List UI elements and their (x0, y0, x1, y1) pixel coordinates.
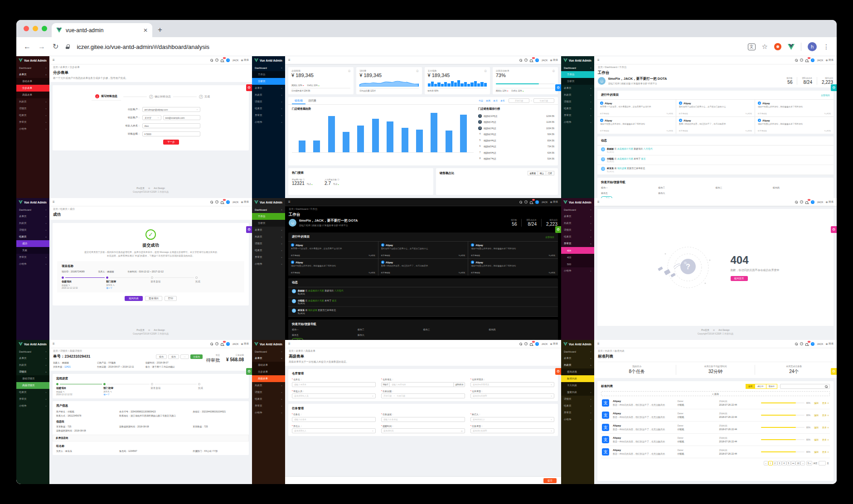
menu-fold-icon[interactable]: ≡ (597, 342, 600, 346)
sidebar-item[interactable]: 列表页 ∨ (16, 362, 49, 368)
jump-page-input[interactable] (819, 461, 826, 465)
app-logo[interactable]: Vue Antd Admin (252, 340, 285, 348)
app-logo[interactable]: Vue Antd Admin (16, 198, 49, 206)
sidebar-item[interactable]: 详情页 ∨ (252, 389, 285, 396)
sidebar-item[interactable]: 失败 (16, 247, 49, 254)
footer-link[interactable]: Pro首页 (136, 329, 145, 331)
quick-op-link[interactable]: 操作三 (716, 186, 773, 189)
sidebar-item[interactable]: Dashboard ∨ (16, 64, 49, 71)
sidebar-item[interactable]: 列表页 ∨ (16, 220, 49, 227)
project-card[interactable]: AAlipay 那时候我只会想自己想要什么，从不想自己拥有什么 科学搬砖组9小时… (378, 242, 468, 258)
sidebar-item[interactable]: 表单页 ∨ (561, 85, 594, 92)
github-icon[interactable]: ⊙ (148, 329, 150, 331)
range-link[interactable]: 本月 (493, 99, 498, 102)
user-avatar[interactable] (811, 58, 814, 62)
user-name[interactable]: JACK (232, 201, 238, 204)
close-window-button[interactable] (24, 26, 29, 31)
browser-menu-icon[interactable]: ⋮ (823, 43, 829, 50)
quick-op-link[interactable]: 操作二 (658, 186, 715, 189)
sidebar-item[interactable]: Dashboard ∨ (561, 206, 594, 213)
sidebar-item[interactable]: 列表页 ∧ (561, 362, 594, 368)
sidebar-item[interactable]: Dashboard ∨ (561, 348, 594, 355)
edit-link[interactable]: 编辑 (814, 451, 819, 453)
menu-fold-icon[interactable]: ≡ (597, 58, 600, 62)
more-link[interactable]: 更多 ∨ (822, 414, 829, 417)
page-button[interactable]: 5 (786, 461, 791, 465)
quick-op-link[interactable]: 操作五 (292, 334, 358, 336)
sidebar-item[interactable]: 异常页 ∨ (252, 254, 285, 261)
theme-settings-button[interactable]: ⚙ (555, 84, 561, 91)
info-icon[interactable]: ⓘ (485, 69, 487, 72)
sidebar-item[interactable]: 异常页 ∧ (561, 240, 594, 247)
sidebar-item[interactable]: 结果页 ∨ (561, 105, 594, 112)
all-projects-link[interactable]: 全部项目 (821, 94, 830, 97)
sidebar-item[interactable]: 列表页 ∨ (561, 220, 594, 227)
sidebar-item[interactable]: 小组件 ∨ (561, 119, 594, 126)
sidebar-item[interactable]: 异常页 ∨ (252, 112, 285, 119)
ratio-tab[interactable]: 线上 (538, 171, 546, 175)
sidebar-item[interactable]: 详情页 ∨ (252, 240, 285, 247)
sidebar-item[interactable]: 详情页 ∨ (252, 98, 285, 105)
next-step-button[interactable]: 下一步 (163, 140, 179, 145)
sidebar-item[interactable]: 基础表单 (252, 362, 285, 368)
info-icon[interactable]: ⓘ (337, 179, 339, 181)
bookmark-star-icon[interactable]: ☆ (762, 43, 768, 51)
footer-link[interactable]: Pro首页 (701, 329, 709, 331)
footer-link[interactable]: Pro首页 (136, 187, 145, 189)
help-icon[interactable]: ? (800, 58, 803, 62)
edit-link[interactable]: 编辑 (814, 414, 819, 417)
search-icon[interactable] (210, 201, 213, 204)
list-item[interactable]: 支 Alipay 那是一种内在的东西，他们到达不了，也无法触及的 Owner 付… (601, 446, 830, 458)
payment-account-select[interactable]: ant-design@alipay.com∨ (142, 107, 200, 112)
page-button[interactable]: 10 (795, 461, 800, 465)
sidebar-item[interactable]: 列表页 ∨ (16, 98, 49, 105)
filter-option[interactable]: 全部 (746, 384, 755, 389)
menu-fold-icon[interactable]: ≡ (288, 58, 291, 62)
sidebar-item[interactable]: 异常页 ∨ (561, 409, 594, 416)
sidebar-item[interactable]: 工作台 (252, 213, 285, 220)
language-switch[interactable]: ⊕简体 (550, 58, 558, 62)
more-actions-button[interactable]: ⋯ (180, 354, 189, 359)
sidebar-item[interactable]: 列表页 ∨ (252, 382, 285, 389)
sidebar-item[interactable]: 异常页 ∨ (16, 396, 49, 402)
help-icon[interactable]: ? (524, 200, 528, 204)
range-link[interactable]: 今日 (479, 99, 483, 102)
search-icon[interactable] (519, 201, 522, 204)
app-logo[interactable]: Vue Antd Admin (252, 56, 285, 64)
form-control[interactable]: 请选择仓库类型 (470, 393, 554, 398)
date-range-picker[interactable]: 开始日期 ~ 结束日期 (509, 98, 554, 103)
user-avatar[interactable] (226, 200, 230, 204)
theme-settings-button[interactable]: ⚙ (555, 226, 561, 233)
sidebar-item[interactable]: 结果页 ∨ (561, 233, 594, 240)
tab-sales[interactable]: 销售额 (292, 97, 305, 104)
form-control[interactable]: http:// 请输入仓库域名 .github.io (381, 382, 465, 387)
help-icon[interactable]: ? (215, 200, 218, 204)
quick-op-link[interactable]: 操作六 (658, 192, 715, 194)
project-card[interactable]: AAlipay 城镇中有那么多的酒馆，她却偏偏走进了我的酒馆 科学搬砖组9小时前 (597, 117, 676, 134)
user-avatar[interactable] (226, 58, 230, 62)
sidebar-item[interactable]: 结果页 ∨ (252, 247, 285, 254)
sidebar-item[interactable]: 表单页 ∧ (16, 71, 49, 78)
menu-fold-icon[interactable]: ≡ (53, 58, 55, 62)
edit-link[interactable]: 编辑 (814, 426, 819, 429)
language-switch[interactable]: ⊕简体 (241, 200, 249, 204)
user-avatar[interactable] (535, 342, 539, 346)
app-logo[interactable]: Vue Antd Admin (561, 56, 594, 64)
sidebar-item[interactable]: 分步表单 (252, 368, 285, 375)
notification-bell[interactable]: 12 (805, 58, 809, 62)
info-icon[interactable]: ⓘ (348, 69, 350, 72)
more-link[interactable]: 更多 ∨ (822, 438, 829, 441)
sidebar-item[interactable]: 高级详情页 (16, 382, 49, 389)
sidebar-item[interactable]: 分析页 (252, 220, 285, 227)
user-name[interactable]: JACK (817, 343, 823, 345)
sidebar-item[interactable]: 工作台 (252, 71, 285, 78)
edit-link[interactable]: 编辑 (814, 438, 819, 441)
sidebar-item[interactable]: Dashboard ∧ (561, 64, 594, 71)
project-card[interactable]: AAlipay 那是一种内在的东西，他们到达不了，也无法触及的 科学搬砖组9小时… (378, 259, 468, 276)
back-home-button[interactable]: 返回首页 (731, 276, 748, 281)
related-doc-link[interactable]: 12421 (64, 365, 71, 368)
user-avatar[interactable] (811, 200, 814, 204)
sidebar-item[interactable]: 异常页 ∨ (561, 112, 594, 119)
theme-settings-button[interactable]: ⚙ (246, 84, 252, 91)
language-switch[interactable]: ⊕简体 (550, 200, 558, 204)
